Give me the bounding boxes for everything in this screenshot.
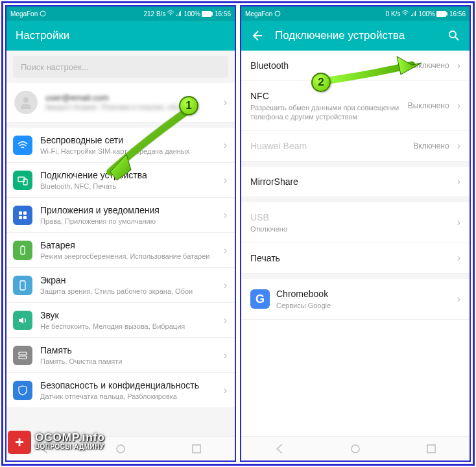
wifi-settings-icon: [13, 136, 32, 155]
google-icon: G: [250, 289, 270, 309]
carrier-label: MegaFon: [10, 10, 38, 18]
wifi-icon: [401, 10, 409, 17]
battery-pct: 100%: [418, 10, 435, 18]
nav-home-icon[interactable]: [350, 443, 361, 455]
status-bar: MegaFon 0 K/s 100% 16:56: [241, 6, 470, 21]
chevron-right-icon: ›: [224, 315, 227, 326]
row-storage[interactable]: ПамятьПамять, Очистка памяти ›: [6, 338, 235, 373]
row-usb: USBОтключено ›: [241, 202, 470, 243]
connection-content: Bluetooth Выключено › NFCРазрешить обмен…: [241, 51, 470, 461]
chevron-right-icon: ›: [224, 385, 227, 396]
chevron-right-icon: ›: [224, 139, 227, 151]
android-navbar: [241, 436, 470, 461]
svg-marker-25: [397, 56, 422, 75]
chevron-right-icon: ›: [457, 176, 460, 187]
app-bar: Подключение устройства: [241, 21, 470, 51]
svg-rect-8: [19, 216, 22, 219]
svg-point-22: [351, 445, 359, 453]
svg-point-15: [117, 445, 125, 453]
battery-pct: 100%: [184, 10, 200, 18]
row-sound[interactable]: ЗвукНе беспокоить, Мелодия вызова, Вибра…: [6, 303, 235, 338]
back-arrow-icon[interactable]: [250, 29, 263, 42]
watermark-main: OCOMP.info: [35, 433, 105, 442]
svg-rect-18: [436, 11, 446, 17]
security-icon: [13, 381, 32, 400]
chevron-right-icon: ›: [457, 60, 460, 71]
chevron-right-icon: ›: [224, 245, 227, 256]
avatar-icon: [14, 91, 38, 114]
watermark-icon: +: [8, 431, 31, 454]
search-placeholder: Поиск настроек...: [21, 62, 89, 72]
nav-recent-icon[interactable]: [191, 443, 202, 455]
svg-rect-12: [20, 281, 25, 290]
carrier-label: MegaFon: [245, 10, 272, 18]
svg-rect-11: [22, 245, 24, 246]
watermark: + OCOMP.info ВОПРОСЫ АДМИНУ: [8, 431, 105, 454]
chevron-right-icon: ›: [457, 140, 460, 152]
row-battery[interactable]: БатареяРежим энергосбережения, Использов…: [6, 233, 235, 268]
battery-icon: [202, 11, 213, 17]
svg-rect-16: [193, 445, 200, 453]
search-input[interactable]: Поиск настроек...: [13, 56, 228, 78]
svg-rect-2: [211, 12, 213, 16]
apps-icon: [13, 206, 32, 225]
battery-icon: [436, 11, 448, 17]
svg-rect-9: [23, 216, 27, 219]
clock: 16:56: [449, 10, 466, 18]
watermark-sub: ВОПРОСЫ АДМИНУ: [35, 442, 105, 451]
nav-home-icon[interactable]: [115, 443, 126, 455]
svg-rect-10: [21, 246, 25, 254]
svg-rect-13: [19, 352, 27, 355]
chevron-right-icon: ›: [457, 293, 460, 305]
row-huawei-beam: Huawei Beam Включено ›: [241, 131, 470, 162]
net-speed: 0 K/s: [386, 10, 401, 18]
signal-icon: [411, 10, 417, 17]
app-bar: Настройки: [6, 21, 235, 51]
status-bar: MegaFon 212 B/s 100% 16:56: [6, 6, 235, 21]
clock: 16:56: [215, 10, 231, 18]
row-print[interactable]: Печать ›: [241, 243, 470, 274]
svg-rect-23: [427, 445, 435, 453]
chevron-right-icon: ›: [224, 280, 227, 291]
chevron-right-icon: ›: [224, 210, 227, 221]
chevron-right-icon: ›: [224, 174, 227, 186]
page-title: Настройки: [16, 29, 226, 42]
chevron-right-icon: ›: [224, 97, 227, 108]
storage-icon: [13, 346, 32, 365]
carrier-icon: [40, 10, 46, 17]
annotation-marker-2: 2: [311, 73, 331, 92]
svg-point-17: [275, 11, 280, 16]
svg-point-20: [449, 31, 456, 38]
row-apps[interactable]: Приложения и уведомленияПрава, Приложени…: [6, 198, 235, 233]
annotation-arrow-1: [91, 104, 201, 188]
row-display[interactable]: ЭкранЗащита зрения, Стиль рабочего экран…: [6, 268, 235, 303]
annotation-marker-1: 1: [179, 96, 198, 115]
device-connection-icon: [13, 171, 32, 190]
svg-point-3: [23, 97, 29, 102]
row-mirrorshare[interactable]: MirrorShare ›: [241, 167, 470, 197]
chevron-right-icon: ›: [457, 252, 460, 264]
wifi-icon: [167, 10, 174, 17]
sound-icon: [13, 311, 32, 330]
search-icon[interactable]: [447, 29, 460, 42]
svg-point-0: [40, 11, 45, 16]
svg-rect-7: [23, 211, 27, 215]
svg-rect-1: [202, 11, 211, 17]
chevron-right-icon: ›: [457, 100, 460, 112]
nav-back-icon[interactable]: [274, 443, 285, 455]
row-chromebook[interactable]: G ChromebookСервисы Google ›: [241, 279, 470, 320]
nav-recent-icon[interactable]: [425, 443, 437, 455]
page-title: Подключение устройства: [275, 29, 436, 42]
net-speed: 212 B/s: [143, 10, 165, 18]
battery-settings-icon: [13, 241, 32, 260]
row-security[interactable]: Безопасность и конфиденциальностьДатчик …: [6, 373, 235, 407]
carrier-icon: [274, 10, 281, 17]
phone-left: MegaFon 212 B/s 100% 16:56 Настройки Пои…: [5, 5, 236, 462]
chevron-right-icon: ›: [224, 350, 227, 361]
display-icon: [13, 276, 32, 295]
signal-icon: [176, 10, 182, 17]
svg-line-21: [455, 37, 458, 40]
svg-rect-14: [19, 356, 27, 359]
chevron-right-icon: ›: [457, 217, 460, 228]
svg-rect-19: [446, 12, 447, 16]
